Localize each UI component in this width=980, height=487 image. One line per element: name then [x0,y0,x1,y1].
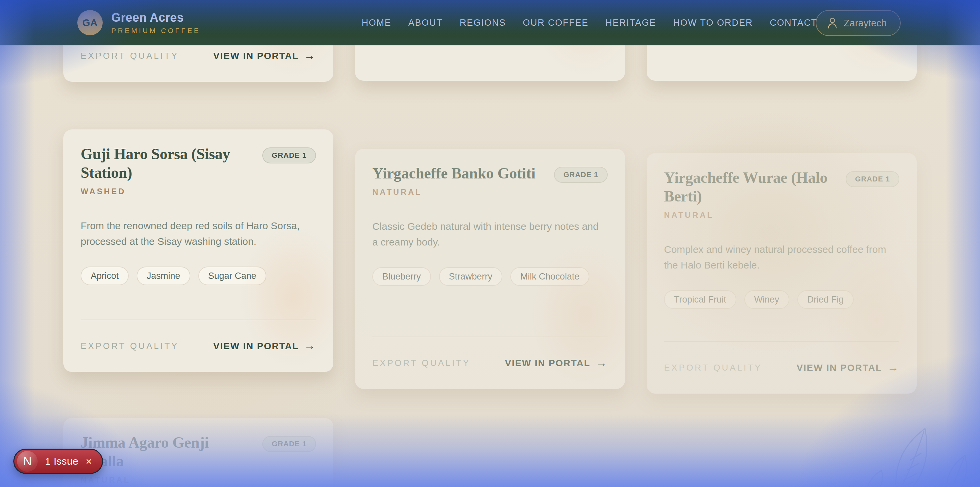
brand-home-link[interactable]: GA Green Acres PREMIUM COFFEE [77,10,200,35]
page: EXPORT QUALITY VIEW IN PORTAL → Guji Har… [0,0,980,487]
card-footer: EXPORT QUALITY VIEW IN PORTAL → [372,337,608,389]
account-button[interactable]: Zaraytech [816,10,900,36]
flavor-tag: Sugar Cane [198,267,266,285]
nav-item-regions[interactable]: REGIONS [460,18,506,28]
view-in-portal-link[interactable]: VIEW IN PORTAL → [213,50,316,62]
grade-badge: GRADE 1 [262,436,316,452]
brand-name: Green Acres [111,11,200,25]
leaf-line-art [847,410,980,487]
flavor-tags: Blueberry Strawberry Milk Chocolate [372,267,608,286]
card-title: Jimma Agaro Genji Challa [81,433,254,471]
card-footer: EXPORT QUALITY VIEW IN PORTAL → [81,319,316,372]
card-description: Classic Gedeb natural with intense berry… [372,219,606,250]
flavor-tag: Blueberry [372,267,431,286]
card-description: Complex and winey natural processed coff… [664,242,897,273]
nav-item-our-coffee[interactable]: OUR COFFEE [523,18,589,28]
process-label: NATURAL [81,475,316,485]
view-in-portal-link[interactable]: VIEW IN PORTAL → [213,340,316,352]
export-quality-label: EXPORT QUALITY [664,362,762,373]
flavor-tag: Apricot [81,267,129,285]
flavor-tag: Tropical Fruit [664,290,737,309]
flavor-tags: Apricot Jasmine Sugar Cane [81,267,316,285]
card-description: From the renowned deep red soils of Haro… [81,218,314,249]
card-body: Yirgacheffe Wurae (Halo Berti) GRADE 1 N… [647,153,917,309]
flavor-tag: Winey [745,290,789,309]
issue-badge[interactable]: N 1 Issue × [13,449,103,474]
account-button-label: Zaraytech [844,18,887,29]
close-icon[interactable]: × [86,456,92,467]
arrow-right-icon: → [887,362,899,373]
view-in-portal-label: VIEW IN PORTAL [213,341,299,351]
export-quality-label: EXPORT QUALITY [81,51,179,61]
arrow-right-icon: → [596,357,608,368]
grade-badge: GRADE 1 [846,171,899,187]
coffee-card-guji-haro-sorsa[interactable]: Guji Haro Sorsa (Sisay Station) GRADE 1 … [63,129,333,372]
view-in-portal-link[interactable]: VIEW IN PORTAL → [505,358,608,369]
issue-count-label: 1 Issue [45,456,78,467]
nav-item-home[interactable]: HOME [362,18,391,28]
export-quality-label: EXPORT QUALITY [81,341,179,351]
coffee-card-wurae-halo-berti[interactable]: Yirgacheffe Wurae (Halo Berti) GRADE 1 N… [647,153,917,394]
card-body: Yirgacheffe Banko Gotiti GRADE 1 NATURAL… [355,149,625,286]
user-icon [827,18,838,29]
card-title: Yirgacheffe Banko Gotiti [372,164,535,183]
main-nav: HOME ABOUT REGIONS OUR COFFEE HERITAGE H… [362,0,817,45]
flavor-tag: Jasmine [137,267,190,285]
process-label: NATURAL [664,211,899,220]
process-label: WASHED [81,187,316,196]
site-header: GA Green Acres PREMIUM COFFEE HOME ABOUT… [0,0,980,45]
export-quality-label: EXPORT QUALITY [372,358,470,368]
brand-tagline: PREMIUM COFFEE [111,27,200,35]
card-body: Jimma Agaro Genji Challa GRADE 1 NATURAL [63,418,333,485]
card-title: Guji Haro Sorsa (Sisay Station) [81,145,254,182]
grade-badge: GRADE 1 [262,147,316,163]
grade-badge: GRADE 1 [554,167,608,183]
brand-logo: GA [77,10,103,35]
flavor-tag: Dried Fig [797,290,854,309]
coffee-card-jimma-agaro[interactable]: Jimma Agaro Genji Challa GRADE 1 NATURAL [63,418,333,487]
arrow-right-icon: → [304,50,316,61]
view-in-portal-label: VIEW IN PORTAL [505,358,590,369]
arrow-right-icon: → [304,340,316,351]
card-footer: EXPORT QUALITY VIEW IN PORTAL → [664,341,899,394]
card-body: Guji Haro Sorsa (Sisay Station) GRADE 1 … [63,129,333,285]
view-in-portal-label: VIEW IN PORTAL [797,362,882,373]
view-in-portal-label: VIEW IN PORTAL [213,51,299,61]
coffee-card-banko-gotiti[interactable]: Yirgacheffe Banko Gotiti GRADE 1 NATURAL… [355,149,625,389]
flavor-tags: Tropical Fruit Winey Dried Fig [664,290,899,309]
nextjs-logo-icon: N [17,451,38,472]
nav-item-about[interactable]: ABOUT [408,18,443,28]
process-label: NATURAL [372,187,608,197]
nav-item-how-to-order[interactable]: HOW TO ORDER [673,18,753,28]
card-title: Yirgacheffe Wurae (Halo Berti) [664,168,837,206]
nav-item-heritage[interactable]: HERITAGE [606,18,656,28]
nav-item-contact[interactable]: CONTACT [770,18,818,28]
view-in-portal-link[interactable]: VIEW IN PORTAL → [797,362,899,374]
flavor-tag: Milk Chocolate [510,267,589,286]
flavor-tag: Strawberry [439,267,503,286]
